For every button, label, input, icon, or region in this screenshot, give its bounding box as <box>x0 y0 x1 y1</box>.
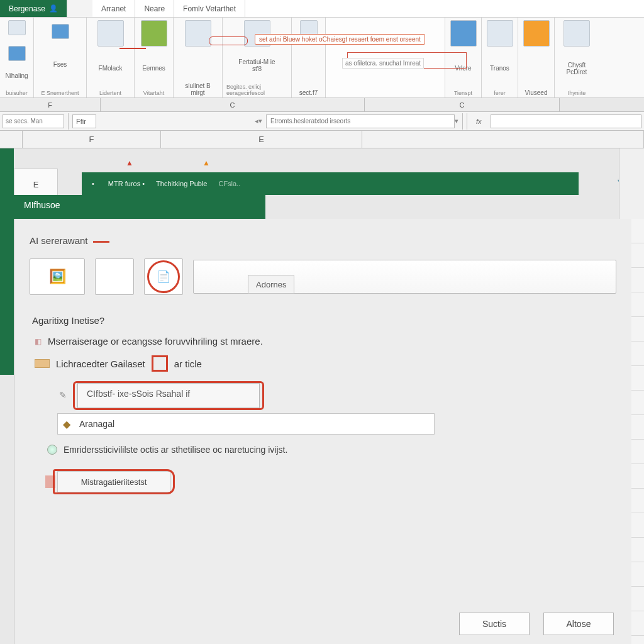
breadcrumb-item[interactable]: CFsla.. <box>218 180 240 187</box>
template-thumb-highlighted[interactable]: 📄 <box>144 258 183 295</box>
group-label: Eemnes <box>142 65 165 72</box>
option-row[interactable]: ◧ Mserraiserage or ecangsse foruvvihrili… <box>14 330 631 349</box>
group-label: Viuseed <box>525 89 548 96</box>
red-annotation-underline <box>119 48 146 49</box>
table-icon[interactable] <box>564 20 590 47</box>
panel-active-tab[interactable]: MIfhusoe <box>14 195 265 219</box>
person-icon: 👤 <box>49 4 58 13</box>
cancel-button[interactable]: Altose <box>543 613 614 635</box>
sheet-grid-edge <box>619 148 644 219</box>
tab-1[interactable]: Arranet <box>92 0 135 17</box>
option-label: Lichracedter Gailaset <box>56 358 145 369</box>
button-label: Adornes <box>256 280 286 289</box>
ribbon-highlight-text: set adni Bluew hoket oChaiesgt resaert f… <box>255 34 425 45</box>
column-letter: F <box>89 135 94 144</box>
dropdown-icon[interactable]: ◂▾ <box>255 117 262 125</box>
option-label-suffix: ar ticle <box>174 358 202 369</box>
info-icon <box>47 445 57 455</box>
section-heading: AI sererawant <box>14 219 631 250</box>
name-box[interactable] <box>3 114 64 128</box>
divider <box>462 113 463 130</box>
browse-button[interactable]: Adornes <box>248 275 294 294</box>
ribbon-icon[interactable] <box>52 24 69 39</box>
formula-content-box[interactable] <box>266 114 455 128</box>
section-heading-text: AI sererawant <box>30 235 88 246</box>
highlighted-chip-button[interactable]: Mistragatieriitestst <box>57 471 170 492</box>
field-value: CIfbstf- ixe-sSois Rsahal if <box>87 389 190 399</box>
group-label: Fertatiui-M ie st'8 <box>235 58 279 72</box>
select-all-cell[interactable] <box>0 131 23 148</box>
col-head[interactable]: C <box>365 98 560 111</box>
note-text: Emriderssticivililste octis ar sthetilis… <box>64 445 287 455</box>
tab-label: Fomlv Vetarthet <box>183 4 236 13</box>
col-head[interactable]: F <box>0 98 101 111</box>
tab-label: Arranet <box>101 4 126 13</box>
question-label: Agaritixg Inetise? <box>14 304 631 330</box>
group-label: Nihaling <box>5 72 28 79</box>
template-name-field[interactable]: Adornes <box>193 260 616 294</box>
group-sublabel: ferer <box>494 90 506 96</box>
divider <box>68 113 69 130</box>
formula-small-box[interactable] <box>72 114 96 128</box>
group-sublabel: buisuher <box>6 90 28 96</box>
group-sublabel: Vitartaht <box>143 90 164 96</box>
group-label: Chysft PcDiret <box>558 62 595 75</box>
bullet-icon: ◧ <box>35 337 42 346</box>
button-label: Altose <box>567 619 591 629</box>
template-thumb[interactable]: 🖼️ <box>30 258 85 295</box>
fx-icon[interactable]: fx <box>471 118 487 125</box>
group-label: Tranos <box>490 65 509 72</box>
group-label: Fses <box>53 61 67 68</box>
dropdown-icon[interactable]: ▾ <box>455 117 458 125</box>
column-header[interactable]: E <box>161 131 362 148</box>
column-header[interactable]: F <box>23 131 161 148</box>
ribbon-icon[interactable] <box>185 20 211 47</box>
column-letter: E <box>258 135 264 144</box>
field-label: Aranagal <box>79 419 114 429</box>
left-accent-strip <box>0 148 14 375</box>
marker-triangle-icon: ▲ <box>126 158 133 167</box>
ribbon-icon[interactable] <box>8 20 26 35</box>
red-annotation-square <box>152 355 168 372</box>
column-header[interactable] <box>362 131 644 148</box>
column-group-header: F C C <box>0 98 644 112</box>
red-annotation-circle <box>147 260 180 293</box>
breadcrumb-item[interactable]: Thchitking Puble <box>156 180 207 187</box>
ribbon-tooltip: as ofiletcra. snuchat Imreat <box>342 58 424 69</box>
breadcrumb-item[interactable]: MTR furos • <box>108 180 145 187</box>
tab-active[interactable]: Bergenase 👤 <box>0 0 67 17</box>
red-annotation-outline <box>53 469 175 494</box>
color-swatch-icon <box>35 359 50 368</box>
tab-gap <box>67 0 92 17</box>
ribbon-icon[interactable] <box>300 20 318 35</box>
red-annotation-underline <box>93 241 109 243</box>
sheet-gridlines <box>631 219 644 644</box>
dialog-button-row: Suctis Altose <box>459 613 614 635</box>
group-sublabel: Lidertent <box>99 90 121 96</box>
template-thumb[interactable] <box>95 258 134 295</box>
formula-bar: ◂▾ ▾ fx <box>0 112 644 131</box>
diamond-icon: ◆ <box>63 418 74 430</box>
formula-input[interactable] <box>491 114 641 128</box>
ribbon-icon[interactable] <box>141 20 167 47</box>
col-head[interactable]: C <box>101 98 365 111</box>
ok-button[interactable]: Suctis <box>459 613 530 635</box>
ribbon: Nihaling buisuher Fses E Snemerthent FMo… <box>0 18 644 98</box>
option-row[interactable]: Lichracedter Gailaset ar ticle <box>14 349 631 374</box>
tab-label: Bergenase <box>9 4 45 13</box>
ribbon-icon[interactable] <box>523 20 550 47</box>
tab-3[interactable]: Fomlv Vetarthet <box>174 0 245 17</box>
picture-icon: 🖼️ <box>49 269 66 285</box>
ribbon-icon[interactable] <box>97 20 124 47</box>
ribbon-icon[interactable] <box>8 46 26 61</box>
group-label: siulinet B mirgt <box>177 82 218 96</box>
red-annotation-box <box>209 36 248 45</box>
group-label: FMolack <box>99 65 123 72</box>
label-field[interactable]: ◆ Aranagal <box>57 413 435 435</box>
group-sublabel: Ihyniite <box>568 90 586 96</box>
highlighted-text-field[interactable]: ✎ CIfbstf- ixe-sSois Rsahal if <box>77 383 260 408</box>
ribbon-icon[interactable] <box>450 20 477 47</box>
tab-2[interactable]: Neare <box>135 0 174 17</box>
table-icon[interactable] <box>487 20 513 47</box>
group-label: sect.f7 <box>299 89 318 96</box>
